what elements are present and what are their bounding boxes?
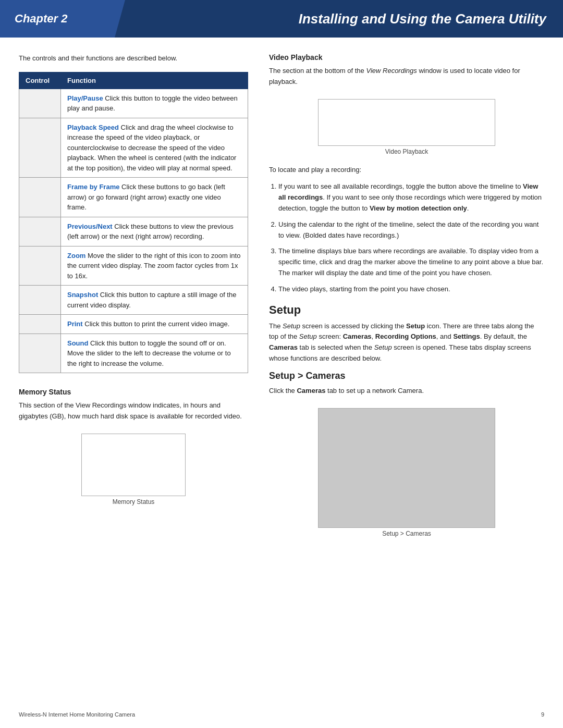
ctrl-label-sound: Sound	[67, 339, 88, 347]
ctrl-label-framebyframe: Frame by Frame	[67, 183, 119, 191]
memory-status-caption: Memory Status	[113, 498, 155, 505]
function-cell: Zoom Move the slider to the right of thi…	[61, 246, 248, 286]
footer-left: Wireless-N Internet Home Monitoring Came…	[19, 711, 135, 718]
video-playback-image	[318, 99, 495, 146]
function-cell: Snapshot Click this button to capture a …	[61, 286, 248, 315]
video-playback-caption: Video Playback	[385, 148, 429, 155]
ctrl-label-playpause: Play/Pause	[67, 94, 103, 102]
setup-cameras-caption: Setup > Cameras	[382, 530, 431, 537]
function-cell: Play/Pause Click this button to toggle t…	[61, 89, 248, 118]
locate-play-heading: To locate and play a recording:	[269, 165, 544, 176]
footer-right: 9	[541, 711, 544, 718]
right-column: Video Playback The section at the bottom…	[269, 53, 544, 547]
video-playback-heading: Video Playback	[269, 53, 544, 61]
table-row: Zoom Move the slider to the right of thi…	[19, 246, 248, 286]
page-footer: Wireless-N Internet Home Monitoring Came…	[0, 711, 563, 718]
ctrl-label-snapshot: Snapshot	[67, 291, 98, 299]
setup-cameras-heading: Setup > Cameras	[269, 371, 544, 381]
control-cell	[19, 286, 61, 315]
control-cell	[19, 118, 61, 178]
list-item: If you want to see all available recordi…	[278, 181, 544, 214]
col-header-control: Control	[19, 72, 61, 89]
memory-status-heading: Memory Status	[19, 388, 248, 396]
memory-status-image	[81, 434, 186, 496]
list-item: Using the calendar to the right of the t…	[278, 219, 544, 241]
list-item: The video plays, starting from the point…	[278, 284, 544, 295]
table-row: Play/Pause Click this button to toggle t…	[19, 89, 248, 118]
function-cell: Playback Speed Click and drag the wheel …	[61, 118, 248, 178]
video-playback-text: The section at the bottom of the View Re…	[269, 66, 544, 88]
header-title-container: Installing and Using the Camera Utility	[115, 0, 563, 38]
memory-status-text: This section of the View Recordings wind…	[19, 400, 248, 422]
table-row: Playback Speed Click and drag the wheel …	[19, 118, 248, 178]
control-cell	[19, 89, 61, 118]
table-row: Snapshot Click this button to capture a …	[19, 286, 248, 315]
chapter-label-container: Chapter 2	[0, 0, 115, 38]
locate-play-list: If you want to see all available recordi…	[269, 181, 544, 294]
table-row: Previous/Next Click these buttons to vie…	[19, 217, 248, 246]
table-row: Print Click this button to print the cur…	[19, 315, 248, 334]
page-header: Chapter 2 Installing and Using the Camer…	[0, 0, 563, 38]
col-header-function: Function	[61, 72, 248, 89]
function-cell: Print Click this button to print the cur…	[61, 315, 248, 334]
ctrl-label-prevnext: Previous/Next	[67, 223, 113, 230]
header-title: Installing and Using the Camera Utility	[299, 11, 546, 27]
setup-text: The Setup screen is accessed by clicking…	[269, 321, 544, 364]
table-row: Sound Click this button to toggle the so…	[19, 334, 248, 373]
list-item: The timeline displays blue bars where re…	[278, 246, 544, 278]
ctrl-label-playbackspeed: Playback Speed	[67, 124, 119, 131]
controls-table: Control Function Play/Pause Click this b…	[19, 72, 248, 374]
setup-heading: Setup	[269, 303, 544, 317]
setup-cameras-image	[318, 408, 495, 528]
intro-text: The controls and their functions are des…	[19, 53, 248, 64]
chapter-label: Chapter 2	[15, 12, 67, 26]
control-cell	[19, 334, 61, 373]
function-cell: Sound Click this button to toggle the so…	[61, 334, 248, 373]
control-cell	[19, 246, 61, 286]
ctrl-label-zoom: Zoom	[67, 252, 85, 260]
main-content: The controls and their functions are des…	[0, 38, 563, 567]
ctrl-label-print: Print	[67, 320, 83, 328]
function-cell: Frame by Frame Click these buttons to go…	[61, 178, 248, 217]
control-cell	[19, 217, 61, 246]
table-row: Frame by Frame Click these buttons to go…	[19, 178, 248, 217]
function-cell: Previous/Next Click these buttons to vie…	[61, 217, 248, 246]
setup-cameras-text: Click the Cameras tab to set up a networ…	[269, 386, 544, 397]
control-cell	[19, 315, 61, 334]
left-column: The controls and their functions are des…	[19, 53, 248, 547]
control-cell	[19, 178, 61, 217]
